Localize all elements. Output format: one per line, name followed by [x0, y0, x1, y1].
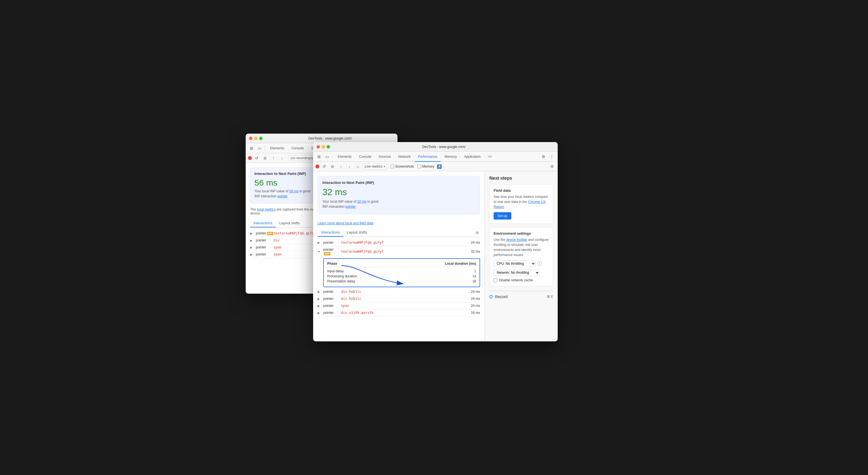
back-inp-desc-prefix: Your local INP value of [254, 189, 289, 193]
back-type-0: pointerINP [256, 231, 271, 235]
back-clear-icon[interactable]: ⊘ [261, 155, 269, 162]
front-expand-2[interactable]: ▶ [318, 290, 321, 293]
front-inp-interaction-link[interactable]: pointer [345, 205, 356, 209]
back-local-metrics-link[interactable]: local metrics [257, 207, 276, 211]
front-clear-interactions-icon[interactable]: ⊘ [474, 230, 480, 236]
back-expand-3[interactable]: ▶ [250, 253, 253, 256]
back-inp-desc-value[interactable]: 56 ms [289, 189, 299, 193]
cpu-info-icon[interactable]: i [537, 261, 542, 266]
front-screenshots-group: Screenshots [391, 165, 414, 168]
cpu-throttle-select[interactable]: CPU: No throttling CPU: 4× slowdown CPU:… [494, 260, 536, 267]
front-expand-1[interactable]: ▼ [318, 250, 321, 253]
front-live-metrics-select[interactable]: Live metrics ▾ [363, 164, 387, 169]
front-screenshots-checkbox[interactable] [391, 165, 394, 168]
device-toolbar-link[interactable]: device toolbar [506, 238, 527, 242]
front-minimize-button[interactable] [321, 145, 325, 148]
front-device-icon[interactable]: ▭ [323, 153, 331, 160]
back-inp-badge-0: INP [267, 232, 273, 235]
front-download-icon[interactable]: ↓ [346, 163, 353, 170]
learn-more-link[interactable]: Learn more about local and field data [318, 221, 373, 225]
back-expand-2[interactable]: ▶ [250, 246, 253, 249]
front-inp-desc: Your local INP value of 32 ms is good. [322, 200, 475, 204]
front-interaction-row-0: ▶ pointer textarea#APjFqb.gLFyf 24 ms [318, 239, 480, 246]
field-data-title: Field data [494, 189, 549, 193]
phase-row-0: Input delay 1 [327, 269, 476, 274]
tab-console[interactable]: Console [288, 143, 307, 153]
front-type-0: pointer [323, 241, 339, 244]
back-inp-interaction-link[interactable]: pointer [277, 194, 288, 198]
front-more-icon[interactable]: ⋮ [548, 153, 555, 160]
back-expand-1[interactable]: ▶ [250, 239, 253, 242]
front-memory-checkbox[interactable] [417, 165, 421, 168]
recordings-label: (no recordings) [290, 156, 313, 160]
front-expand-5[interactable]: ▶ [318, 311, 321, 314]
front-toolbar-right: ⚙ ⋮ [540, 153, 555, 160]
front-tab-console[interactable]: Console [355, 151, 375, 162]
back-tab-interactions[interactable]: Interactions [250, 219, 276, 227]
front-accessibility-icon[interactable]: ♿ [435, 163, 443, 170]
front-tab-elements[interactable]: Elements [334, 151, 355, 162]
front-duration-4: 24 ms [469, 304, 480, 308]
back-refresh-icon[interactable]: ↺ [253, 155, 260, 162]
front-traffic-lights [316, 145, 330, 148]
front-interactions-list: ▶ pointer textarea#APjFqb.gLFyf 24 ms ▼ … [318, 239, 480, 316]
front-expand-0[interactable]: ▶ [318, 241, 321, 244]
record-dot-icon[interactable] [489, 295, 493, 298]
front-expand-3[interactable]: ▶ [318, 297, 321, 300]
front-expand-4[interactable]: ▶ [318, 304, 321, 307]
front-upload-icon[interactable]: ↑ [337, 163, 345, 170]
phase-row-2: Presentation delay 16 [327, 279, 476, 284]
inspector-icon[interactable]: ⊞ [248, 144, 255, 152]
front-inp-interaction-label: INP interaction [322, 205, 345, 209]
front-tab-network[interactable]: Network [395, 151, 414, 162]
field-data-text: See how your local metrics compare to re… [494, 194, 549, 209]
front-side-panel: Next steps Field data See how your local… [485, 171, 558, 341]
network-throttle-select[interactable]: Network: No throttling Fast 3G Slow 3G [494, 269, 540, 276]
front-gear-icon[interactable]: ⚙ [540, 153, 547, 160]
back-inp-desc-suffix: is good. [299, 189, 311, 193]
phase-value-0: 1 [474, 269, 476, 273]
back-download-icon[interactable]: ↓ [278, 155, 286, 162]
device-icon[interactable]: ▭ [256, 144, 263, 152]
back-record-button[interactable] [248, 156, 252, 160]
record-label: Record [495, 295, 545, 299]
front-interaction-row-1-wrapper: ▼ pointer INP textarea#APjFqb.gLFyf 32 m… [318, 246, 480, 287]
front-tab-more[interactable]: >> [485, 151, 495, 162]
tab-elements[interactable]: Elements [267, 143, 287, 153]
back-expand-0[interactable]: ▶ [250, 232, 253, 235]
front-tab-application[interactable]: Application [461, 151, 484, 162]
front-tab-memory[interactable]: Memory [441, 151, 460, 162]
setup-button[interactable]: Set up [494, 212, 511, 219]
front-close-button[interactable] [316, 145, 320, 148]
front-interaction-row-3: ▶ pointer div.hob1lc 24 ms [318, 295, 480, 302]
front-refresh-icon[interactable]: ↺ [320, 163, 328, 170]
front-tab-layout-shifts[interactable]: Layout shifts [343, 229, 370, 237]
front-maximize-button[interactable] [327, 145, 330, 148]
front-interaction-row-4: ▶ pointer span 24 ms [318, 302, 480, 309]
field-data-card: Field data See how your local metrics co… [489, 184, 553, 224]
front-type-1: pointer INP [323, 248, 339, 256]
front-duration-5: 16 ms [469, 311, 480, 315]
env-text-prefix: Use the [494, 238, 506, 242]
front-home-icon[interactable]: ⌂ [354, 163, 362, 170]
front-tab-interactions[interactable]: Interactions [318, 229, 343, 237]
front-memory-group: Memory [417, 165, 434, 168]
phase-row-1: Processing duration 14 [327, 274, 476, 279]
front-inp-desc-value[interactable]: 32 ms [357, 200, 367, 204]
disable-cache-checkbox[interactable] [494, 278, 497, 282]
back-tab-layout-shifts[interactable]: Layout shifts [276, 219, 303, 227]
back-upload-icon[interactable]: ↑ [270, 155, 277, 162]
disable-cache-row: Disable network cache [494, 278, 549, 282]
front-clear-icon[interactable]: ⊘ [329, 163, 336, 170]
front-settings-icon[interactable]: ⚙ [549, 163, 555, 170]
front-tab-sources[interactable]: Sources [375, 151, 394, 162]
front-inp-interaction: INP interaction pointer [322, 205, 475, 209]
front-inspector-icon[interactable]: ⊞ [315, 153, 323, 160]
maximize-button[interactable] [259, 137, 262, 140]
phase-name-1: Processing duration [327, 274, 357, 278]
front-tab-performance[interactable]: Performance [414, 151, 441, 162]
env-settings-card: Environment settings Use the device tool… [489, 227, 553, 286]
minimize-button[interactable] [254, 137, 257, 140]
front-record-button[interactable] [315, 165, 319, 168]
close-button[interactable] [249, 137, 252, 140]
